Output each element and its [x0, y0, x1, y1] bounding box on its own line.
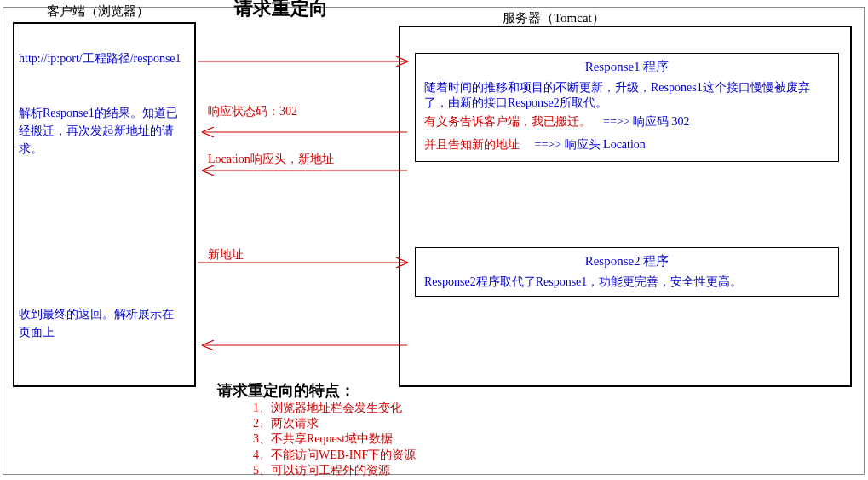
- response1-addr: 并且告知新的地址: [424, 138, 520, 151]
- server-box: Response1 程序 随着时间的推移和项目的不断更新，升级，Respones…: [399, 26, 852, 387]
- response1-code-val: ==>> 响应码 302: [603, 115, 690, 128]
- response2-box: Response2 程序 Response2程序取代了Response1，功能更…: [415, 247, 839, 297]
- response1-title: Response1 程序: [424, 59, 830, 75]
- feature-item: 1、浏览器地址栏会发生变化: [253, 401, 416, 416]
- response1-duty: 有义务告诉客户端，我已搬迁。: [424, 115, 591, 128]
- label-location-header: Location响应头，新地址: [208, 152, 334, 167]
- response1-loc-val: ==>> 响应头 Location: [535, 138, 646, 151]
- features-title: 请求重定向的特点：: [217, 380, 355, 401]
- url-text: http://ip:port/工程路径/response1: [19, 51, 181, 67]
- response1-code: [595, 115, 601, 128]
- label-new-address: 新地址: [208, 247, 244, 263]
- diagram-title: 请求重定向: [234, 0, 328, 21]
- response2-title: Response2 程序: [424, 253, 830, 269]
- response1-box: Response1 程序 随着时间的推移和项目的不断更新，升级，Respones…: [415, 53, 839, 162]
- feature-item: 2、两次请求: [253, 416, 416, 431]
- client-final-text: 收到最终的返回。解析展示在页面上: [19, 305, 185, 341]
- feature-item: 3、不共享Request域中数据: [253, 431, 416, 447]
- server-label: 服务器（Tomcat）: [503, 10, 605, 26]
- feature-item: 5、可以访问工程外的资源: [253, 463, 416, 478]
- client-label: 客户端（浏览器）: [47, 3, 149, 20]
- label-status-302: 响应状态码：302: [208, 104, 297, 119]
- features-list: 1、浏览器地址栏会发生变化 2、两次请求 3、不共享Request域中数据 4、…: [253, 401, 416, 478]
- feature-item: 4、不能访问WEB-INF下的资源: [253, 448, 416, 463]
- response1-desc: 随着时间的推移和项目的不断更新，升级，Respones1这个接口慢慢被废弃了，由…: [424, 80, 830, 111]
- response2-desc: Response2程序取代了Response1，功能更完善，安全性更高。: [424, 275, 830, 290]
- client-parse-text: 解析Response1的结果。知道已经搬迁，再次发起新地址的请求。: [19, 104, 185, 158]
